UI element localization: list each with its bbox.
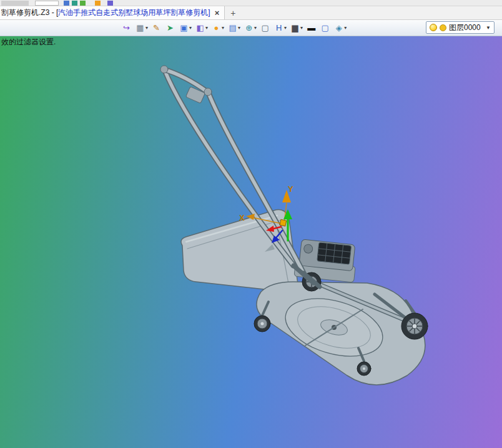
wheel-front-left (254, 316, 270, 332)
color-wheel-button[interactable]: ●▾ (210, 21, 225, 35)
view-toolbar: ↪▦▾✎➤▣▾◧▾●▾▤▾⊕▾▢H▾▆▾▬▢◈▾ 图层0000 ▼ (0, 20, 502, 36)
line-width-icon: ▬ (306, 21, 317, 35)
window-zoom-icon: ▢ (260, 21, 270, 35)
line-width-button[interactable]: ▬ (305, 21, 317, 35)
dropdown-caret-icon[interactable]: ▾ (189, 21, 192, 35)
document-tab-bar: 割草修剪机.Z3 - [ 汽油手推式自走式别墅球场用草坪割草修剪机] × + (0, 6, 502, 20)
dropdown-caret-icon[interactable]: ▾ (344, 21, 347, 35)
dropdown-caret-icon[interactable]: ▾ (238, 21, 240, 35)
lawn-mower-model[interactable]: X Y (0, 36, 502, 448)
color-wheel-icon: ● (211, 21, 222, 35)
image-capture-button[interactable]: ▤▾ (227, 21, 241, 35)
exit-view-button[interactable]: ↪ (121, 21, 132, 35)
background-button[interactable]: ▢ (319, 21, 331, 35)
wheel-rear (357, 362, 371, 376)
layer-controls: 图层0000 ▼ (426, 21, 495, 34)
dropdown-caret-icon[interactable]: ▾ (254, 21, 257, 35)
display-mode-icon: ▆ (290, 21, 300, 35)
orient-compass-icon: ⊕ (244, 21, 254, 35)
cropped-ribbon-row (0, 0, 502, 6)
display-mode-button[interactable]: ▆▾ (289, 21, 303, 35)
wheel-right (401, 313, 428, 339)
triad-origin-handle[interactable] (280, 219, 287, 226)
cropped-icon-fragment (64, 1, 69, 6)
tab-title-filename: 割草修剪机.Z3 - [ (1, 7, 58, 18)
view-manager-button[interactable]: ▦▾ (134, 21, 149, 35)
shaded-cube-button[interactable]: ▣▾ (178, 21, 192, 35)
cropped-field-fragment (35, 1, 59, 6)
background-icon: ▢ (320, 21, 330, 35)
new-tab-button[interactable]: + (225, 6, 241, 19)
text-height-icon: H (273, 21, 284, 35)
image-capture-icon: ▤ (227, 21, 238, 35)
layers-button[interactable]: ◈▾ (333, 21, 347, 35)
window-zoom-button[interactable]: ▢ (259, 21, 271, 35)
shaded-cube-icon: ▣ (179, 21, 189, 35)
cropped-icon-fragment (80, 1, 86, 6)
tab-close-icon[interactable]: × (215, 8, 220, 17)
layer-visibility-bulb-icon[interactable] (430, 24, 437, 31)
fly-through-button[interactable]: ➤ (164, 21, 176, 35)
tab-title-part: 汽油手推式自走式别墅球场用草坪割草修剪机] (58, 7, 210, 18)
cropped-icon-fragment (72, 1, 77, 6)
fly-through-icon: ➤ (165, 21, 175, 35)
status-prompt-text: 效的过滤器设置. (1, 37, 56, 47)
exit-view-icon: ↪ (121, 21, 132, 35)
cad-window: 割草修剪机.Z3 - [ 汽油手推式自走式别墅球场用草坪割草修剪机] × + ↪… (0, 0, 502, 448)
combo-caret-icon[interactable]: ▼ (486, 25, 491, 31)
cropped-icon-fragment (95, 1, 101, 6)
layers-icon: ◈ (333, 21, 344, 35)
pencil-icon: ✎ (151, 21, 162, 35)
layer-color-icon (440, 24, 446, 31)
document-tab[interactable]: 割草修剪机.Z3 - [ 汽油手推式自走式别墅球场用草坪割草修剪机] × (0, 6, 225, 19)
y-axis-label: Y (288, 184, 293, 194)
cropped-icon-fragment (107, 1, 113, 6)
dropdown-caret-icon[interactable]: ▾ (300, 21, 303, 35)
orient-compass-button[interactable]: ⊕▾ (243, 21, 257, 35)
mower-deck[interactable] (257, 282, 425, 385)
render-mode-icon: ◧ (195, 21, 205, 35)
dropdown-caret-icon[interactable]: ▾ (205, 21, 208, 35)
dropdown-caret-icon[interactable]: ▾ (284, 21, 287, 35)
cropped-icon-fragment (1, 1, 29, 6)
text-height-button[interactable]: H▾ (273, 21, 287, 35)
layer-combo-value: 图层0000 (449, 22, 481, 33)
view-manager-icon: ▦ (135, 21, 145, 35)
layer-combo[interactable]: 图层0000 ▼ (426, 21, 495, 34)
pencil-button[interactable]: ✎ (150, 21, 162, 35)
toolbar-icons: ↪▦▾✎➤▣▾◧▾●▾▤▾⊕▾▢H▾▆▾▬▢◈▾ (0, 21, 347, 35)
dropdown-caret-icon[interactable]: ▾ (222, 21, 224, 35)
3d-viewport[interactable]: 效的过滤器设置. (0, 36, 502, 448)
x-axis-label: X (239, 213, 245, 222)
dropdown-caret-icon[interactable]: ▾ (145, 21, 148, 35)
render-mode-button[interactable]: ◧▾ (194, 21, 209, 35)
